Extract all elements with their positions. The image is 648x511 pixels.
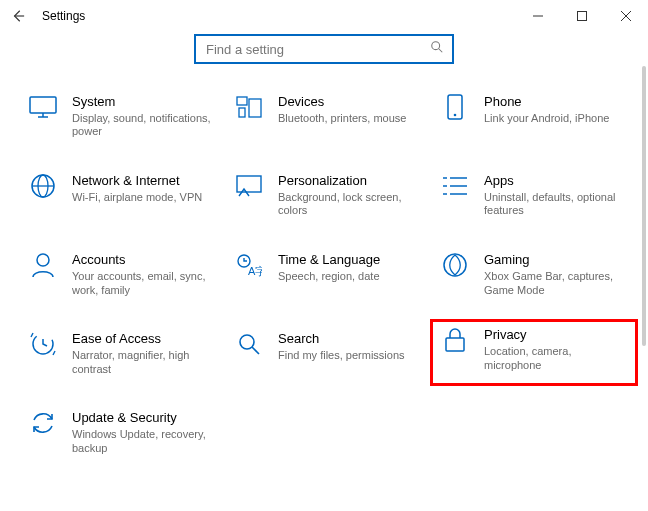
category-text: AccountsYour accounts, email, sync, work… — [72, 250, 212, 297]
search-box[interactable] — [194, 34, 454, 64]
category-apps[interactable]: AppsUninstall, defaults, optional featur… — [440, 167, 628, 222]
category-text: DevicesBluetooth, printers, mouse — [278, 92, 406, 125]
category-ease[interactable]: Ease of AccessNarrator, magnifier, high … — [28, 325, 216, 380]
svg-rect-6 — [30, 97, 56, 113]
category-title: Update & Security — [72, 410, 212, 426]
ease-icon — [28, 329, 58, 359]
svg-point-13 — [454, 114, 457, 117]
category-text: PrivacyLocation, camera, microphone — [484, 325, 624, 372]
category-title: System — [72, 94, 212, 110]
category-text: Network & InternetWi-Fi, airplane mode, … — [72, 171, 202, 204]
svg-point-4 — [432, 42, 440, 50]
category-time[interactable]: A字Time & LanguageSpeech, region, date — [234, 246, 422, 301]
maximize-button[interactable] — [560, 1, 604, 31]
category-text: GamingXbox Game Bar, captures, Game Mode — [484, 250, 624, 297]
category-gaming[interactable]: GamingXbox Game Bar, captures, Game Mode — [440, 246, 628, 301]
network-icon — [28, 171, 58, 201]
update-icon — [28, 408, 58, 438]
category-title: Gaming — [484, 252, 624, 268]
category-title: Search — [278, 331, 405, 347]
category-title: Personalization — [278, 173, 418, 189]
svg-line-5 — [439, 49, 443, 53]
category-subtitle: Wi-Fi, airplane mode, VPN — [72, 189, 202, 205]
svg-point-24 — [37, 254, 49, 266]
svg-rect-17 — [237, 176, 261, 192]
category-title: Phone — [484, 94, 609, 110]
category-subtitle: Find my files, permissions — [278, 347, 405, 363]
category-privacy[interactable]: PrivacyLocation, camera, microphone — [430, 319, 638, 386]
category-title: Time & Language — [278, 252, 380, 268]
time-icon: A字 — [234, 250, 264, 280]
svg-point-29 — [240, 335, 254, 349]
category-title: Devices — [278, 94, 406, 110]
category-personalization[interactable]: PersonalizationBackground, lock screen, … — [234, 167, 422, 222]
category-text: PhoneLink your Android, iPhone — [484, 92, 609, 125]
titlebar: Settings — [0, 0, 648, 32]
category-text: AppsUninstall, defaults, optional featur… — [484, 171, 624, 218]
close-button[interactable] — [604, 1, 648, 31]
category-subtitle: Your accounts, email, sync, work, family — [72, 268, 212, 298]
svg-line-30 — [252, 347, 259, 354]
category-subtitle: Link your Android, iPhone — [484, 110, 609, 126]
category-text: SystemDisplay, sound, notifications, pow… — [72, 92, 212, 139]
category-subtitle: Speech, region, date — [278, 268, 380, 284]
gaming-icon — [440, 250, 470, 280]
category-update[interactable]: Update & SecurityWindows Update, recover… — [28, 404, 216, 459]
personalization-icon — [234, 171, 264, 201]
category-title: Apps — [484, 173, 624, 189]
phone-icon — [440, 92, 470, 122]
category-text: Update & SecurityWindows Update, recover… — [72, 408, 212, 455]
category-subtitle: Narrator, magnifier, high contrast — [72, 347, 212, 377]
privacy-icon — [440, 325, 470, 355]
category-title: Ease of Access — [72, 331, 212, 347]
category-title: Network & Internet — [72, 173, 202, 189]
category-text: Ease of AccessNarrator, magnifier, high … — [72, 329, 212, 376]
search-icon — [430, 40, 444, 58]
category-text: PersonalizationBackground, lock screen, … — [278, 171, 418, 218]
category-system[interactable]: SystemDisplay, sound, notifications, pow… — [28, 88, 216, 143]
svg-rect-31 — [446, 338, 464, 351]
svg-point-27 — [444, 254, 466, 276]
svg-rect-1 — [578, 12, 587, 21]
search-input[interactable] — [204, 41, 424, 58]
category-text: Time & LanguageSpeech, region, date — [278, 250, 380, 283]
back-button[interactable] — [8, 6, 28, 26]
category-text: SearchFind my files, permissions — [278, 329, 405, 362]
category-title: Privacy — [484, 327, 624, 343]
minimize-button[interactable] — [516, 1, 560, 31]
settings-grid: SystemDisplay, sound, notifications, pow… — [0, 76, 648, 469]
category-subtitle: Uninstall, defaults, optional features — [484, 189, 624, 219]
window-title: Settings — [42, 9, 85, 23]
search-icon — [234, 329, 264, 359]
category-devices[interactable]: DevicesBluetooth, printers, mouse — [234, 88, 422, 143]
apps-icon — [440, 171, 470, 201]
category-phone[interactable]: PhoneLink your Android, iPhone — [440, 88, 628, 143]
category-subtitle: Location, camera, microphone — [484, 343, 624, 373]
devices-icon — [234, 92, 264, 122]
svg-rect-11 — [239, 108, 245, 117]
scrollbar[interactable] — [642, 66, 646, 346]
category-subtitle: Xbox Game Bar, captures, Game Mode — [484, 268, 624, 298]
svg-rect-9 — [237, 97, 247, 105]
category-subtitle: Bluetooth, printers, mouse — [278, 110, 406, 126]
svg-text:A字: A字 — [248, 265, 262, 277]
system-icon — [28, 92, 58, 122]
svg-rect-10 — [249, 99, 261, 117]
category-subtitle: Windows Update, recovery, backup — [72, 426, 212, 456]
accounts-icon — [28, 250, 58, 280]
category-title: Accounts — [72, 252, 212, 268]
category-subtitle: Display, sound, notifications, power — [72, 110, 212, 140]
category-accounts[interactable]: AccountsYour accounts, email, sync, work… — [28, 246, 216, 301]
category-network[interactable]: Network & InternetWi-Fi, airplane mode, … — [28, 167, 216, 222]
category-subtitle: Background, lock screen, colors — [278, 189, 418, 219]
category-search[interactable]: SearchFind my files, permissions — [234, 325, 422, 380]
